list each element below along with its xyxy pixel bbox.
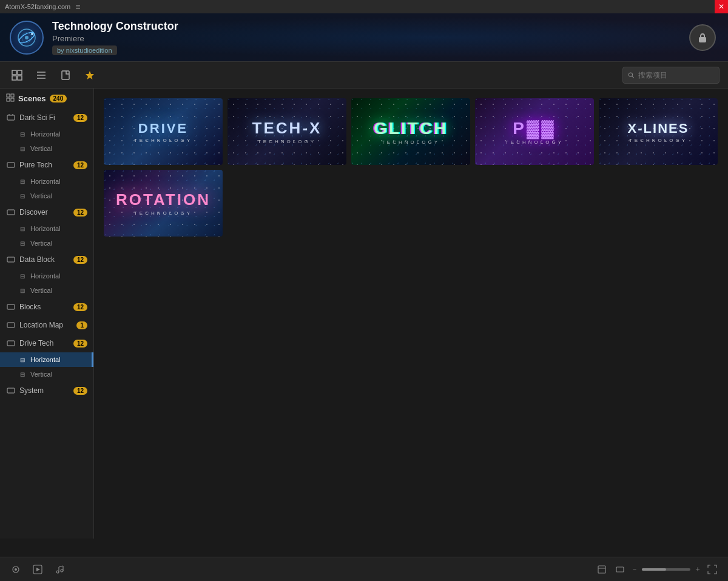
subitem-label: Horizontal	[30, 356, 61, 363]
dark-sci-fi-label: Dark Sci Fi	[19, 113, 70, 122]
discover-badge: 12	[73, 209, 87, 217]
toolbar-grid-icon[interactable]	[8, 67, 25, 84]
pure-tech-label: Pure Tech	[19, 161, 70, 169]
sidebar-item-location-map[interactable]: Location Map 1	[0, 316, 93, 334]
thumb-text-purple: P▓▓ TECHNOLOGY	[505, 119, 564, 145]
svg-rect-40	[598, 566, 605, 573]
title-bar-label: AtomX-52fanxing.com	[5, 3, 70, 10]
svg-point-3	[25, 36, 29, 39]
system-label: System	[19, 386, 70, 395]
svg-rect-42	[616, 567, 624, 572]
vertical-icon: ⊟	[18, 144, 27, 153]
sidebar-item-scenes[interactable]: Scenes 240	[0, 89, 93, 109]
thumb-sub-purple: TECHNOLOGY	[505, 139, 564, 145]
sidebar-item-blocks[interactable]: Blocks 12	[0, 298, 93, 316]
discover-icon	[6, 207, 16, 217]
discover-label: Discover	[19, 208, 70, 217]
svg-rect-6	[12, 70, 16, 75]
sidebar-subitem-dark-sci-fi-vertical[interactable]: ⊟ Vertical	[0, 141, 93, 156]
thumbnail-rotation[interactable]: ROTATION TECHNOLOGY	[104, 170, 223, 237]
search-box[interactable]	[622, 67, 720, 84]
sidebar-item-discover[interactable]: Discover 12	[0, 203, 93, 221]
sidebar-subitem-data-block-horizontal[interactable]: ⊟ Horizontal	[0, 269, 93, 283]
lock-icon	[696, 32, 709, 44]
thumb-main-xlines: X-LINES	[628, 121, 689, 136]
thumb-sub-drive: TECHNOLOGY	[134, 138, 192, 143]
thumbnail-tech-x[interactable]: TECH-X TECHNOLOGY	[228, 98, 346, 165]
zoom-slider-fill	[642, 568, 666, 571]
zoom-out-icon[interactable]: －	[631, 564, 638, 574]
zoom-fit-icon[interactable]	[613, 562, 627, 577]
drive-tech-badge: 12	[73, 340, 87, 348]
thumbnail-drive[interactable]: DRIVE TECHNOLOGY	[104, 98, 223, 165]
sidebar-subitem-drive-tech-vertical[interactable]: ⊟ Vertical	[0, 367, 93, 381]
thumbnail-purple[interactable]: P▓▓ TECHNOLOGY	[475, 98, 594, 165]
sidebar-item-dark-sci-fi[interactable]: Dark Sci Fi 12	[0, 109, 93, 127]
vertical-icon-5: ⊟	[18, 370, 27, 378]
sidebar-item-system[interactable]: System 12	[0, 381, 93, 400]
thumb-sub-glitch: TECHNOLOGY	[374, 139, 448, 145]
thumbnails-grid: DRIVE TECHNOLOGY TECH-X TECHNOLOGY GLITC…	[104, 98, 718, 237]
sidebar-subitem-drive-tech-horizontal[interactable]: ⊟ Horizontal	[0, 352, 93, 367]
bottom-settings-icon[interactable]	[8, 562, 23, 577]
svg-rect-9	[18, 76, 22, 80]
svg-rect-17	[7, 94, 10, 97]
sidebar-item-drive-tech[interactable]: Drive Tech 12	[0, 334, 93, 352]
scenes-label: Scenes	[18, 94, 46, 103]
close-button[interactable]: ✕	[715, 0, 728, 13]
sidebar-subitem-dark-sci-fi-horizontal[interactable]: ⊟ Horizontal	[0, 127, 93, 141]
bottom-play-icon[interactable]	[30, 562, 45, 577]
horizontal-icon-5: ⊟	[18, 355, 27, 364]
zoom-slider[interactable]	[642, 568, 690, 571]
search-icon	[628, 72, 635, 79]
thumb-sub-rotation: TECHNOLOGY	[116, 210, 211, 216]
bottom-music-icon[interactable]	[52, 562, 67, 577]
sidebar-item-pure-tech[interactable]: Pure Tech 12	[0, 156, 93, 174]
system-badge: 12	[73, 387, 87, 395]
svg-rect-25	[7, 210, 15, 215]
toolbar-star-icon[interactable]	[81, 67, 98, 84]
thumb-text-tech-x: TECH-X TECHNOLOGY	[252, 119, 322, 144]
title-bar: AtomX-52fanxing.com ≡ ✕	[0, 0, 728, 13]
search-input[interactable]	[638, 71, 714, 79]
svg-rect-24	[7, 163, 15, 167]
header: Technology Constructor Premiere by nixst…	[0, 13, 728, 62]
sidebar-subitem-pure-tech-horizontal[interactable]: ⊟ Horizontal	[0, 174, 93, 189]
thumbnail-glitch[interactable]: GLITCH TECHNOLOGY	[351, 98, 470, 165]
app-logo	[10, 21, 44, 55]
header-info: Technology Constructor Premiere by nixst…	[52, 20, 178, 55]
data-block-label: Data Block	[19, 255, 70, 264]
sidebar-item-data-block[interactable]: Data Block 12	[0, 250, 93, 269]
sidebar-subitem-data-block-vertical[interactable]: ⊟ Vertical	[0, 283, 93, 298]
bottom-bar: － ＋	[0, 557, 728, 581]
location-map-icon	[6, 320, 16, 330]
subitem-label: Vertical	[30, 240, 52, 247]
thumb-text-glitch: GLITCH TECHNOLOGY	[374, 119, 448, 145]
full-screen-icon[interactable]	[595, 562, 609, 577]
sidebar-subitem-pure-tech-vertical[interactable]: ⊟ Vertical	[0, 189, 93, 203]
toolbar-list-icon[interactable]	[33, 67, 50, 84]
svg-point-15	[629, 73, 632, 76]
subitem-label: Horizontal	[30, 178, 61, 185]
toolbar-file-icon[interactable]	[57, 67, 74, 84]
lock-button[interactable]	[689, 24, 716, 51]
vertical-icon-3: ⊟	[18, 239, 27, 247]
sidebar-subitem-discover-vertical[interactable]: ⊟ Vertical	[0, 236, 93, 250]
svg-rect-7	[18, 70, 22, 75]
sidebar-subitem-discover-horizontal[interactable]: ⊟ Horizontal	[0, 221, 93, 236]
thumb-main-glitch: GLITCH	[374, 119, 448, 138]
svg-marker-34	[36, 568, 40, 571]
thumb-text-xlines: X-LINES TECHNOLOGY	[628, 121, 689, 143]
subitem-label: Vertical	[30, 371, 52, 378]
star-icon	[84, 70, 95, 81]
grid-icon	[12, 70, 22, 81]
blocks-badge: 12	[73, 303, 87, 311]
thumbnail-xlines[interactable]: X-LINES TECHNOLOGY	[599, 98, 718, 165]
svg-marker-14	[86, 71, 94, 79]
zoom-in-icon[interactable]: ＋	[694, 564, 701, 574]
expand-icon[interactable]	[705, 562, 720, 577]
thumb-main-purple: P▓▓	[505, 119, 564, 138]
title-bar-menu[interactable]: ≡	[75, 2, 80, 12]
svg-rect-19	[7, 98, 10, 101]
svg-rect-5	[699, 37, 706, 42]
